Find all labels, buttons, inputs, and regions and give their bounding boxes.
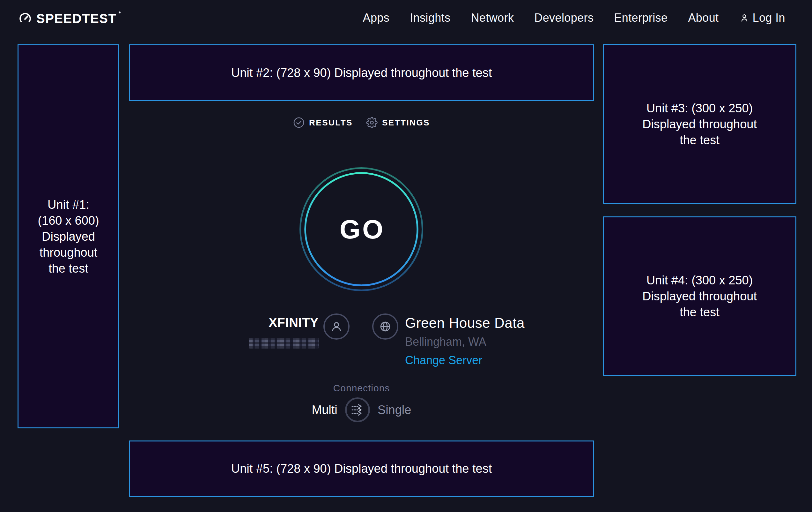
trademark-mark (119, 11, 121, 14)
change-server-link[interactable]: Change Server (405, 353, 482, 368)
server-globe-icon (372, 314, 398, 340)
ad-unit-5-text: Unit #5: (728 x 90) Displayed throughout… (231, 461, 492, 477)
check-circle-icon (293, 117, 304, 128)
ip-address-redacted (249, 338, 319, 349)
go-button-label: GO (297, 165, 425, 293)
tab-results-label: RESULTS (309, 118, 353, 128)
connections-option-single[interactable]: Single (378, 403, 411, 417)
tab-settings[interactable]: SETTINGS (366, 117, 430, 128)
connections-toggle-row: Multi Single (129, 397, 594, 423)
top-nav-bar: SPEEDTEST Apps Insights Network Develope… (0, 0, 812, 36)
nav-item-about[interactable]: About (688, 11, 719, 25)
user-icon (329, 319, 344, 334)
nav-item-network[interactable]: Network (471, 11, 514, 25)
server-name: Green House Data (405, 315, 525, 331)
speedometer-gauge-icon (18, 11, 32, 26)
user-icon (739, 13, 750, 23)
isp-user-icon (323, 314, 350, 340)
login-button[interactable]: Log In (739, 11, 785, 25)
multi-connection-arrows-icon (350, 402, 365, 417)
connections-option-multi[interactable]: Multi (312, 403, 338, 417)
ad-unit-2-text: Unit #2: (728 x 90) Displayed throughout… (231, 65, 492, 81)
ad-unit-3[interactable]: Unit #3: (300 x 250) Displayed throughou… (603, 44, 796, 204)
server-info: Green House Data Bellingham, WA Change S… (405, 315, 525, 368)
server-location: Bellingham, WA (405, 334, 525, 349)
tab-results[interactable]: RESULTS (293, 117, 353, 128)
nav-item-insights[interactable]: Insights (410, 11, 450, 25)
ad-unit-2[interactable]: Unit #2: (728 x 90) Displayed throughout… (129, 44, 594, 101)
nav-menu: Apps Insights Network Developers Enterpr… (362, 0, 785, 36)
isp-name: XFINITY (191, 315, 319, 330)
go-button[interactable]: GO (297, 165, 425, 293)
login-label: Log In (753, 11, 785, 25)
ad-unit-3-text: Unit #3: (300 x 250) Displayed throughou… (636, 100, 763, 148)
speedtest-logo[interactable]: SPEEDTEST (18, 9, 121, 27)
ad-unit-5[interactable]: Unit #5: (728 x 90) Displayed throughout… (129, 440, 594, 497)
connections-title: Connections (129, 383, 594, 394)
nav-item-developers[interactable]: Developers (534, 11, 593, 25)
nav-item-apps[interactable]: Apps (362, 11, 389, 25)
globe-icon (378, 319, 393, 334)
ad-unit-4[interactable]: Unit #4: (300 x 250) Displayed throughou… (603, 216, 796, 376)
gear-icon (366, 117, 378, 128)
nav-item-enterprise[interactable]: Enterprise (614, 11, 668, 25)
ad-unit-1-text: Unit #1: (160 x 600) Displayed throughou… (35, 197, 102, 276)
ad-unit-4-text: Unit #4: (300 x 250) Displayed throughou… (636, 272, 763, 320)
results-settings-tabs: RESULTS SETTINGS (129, 115, 594, 130)
connections-toggle[interactable] (345, 397, 370, 422)
speedtest-page: SPEEDTEST Apps Insights Network Develope… (0, 0, 812, 512)
tab-settings-label: SETTINGS (382, 118, 430, 128)
logo-text: SPEEDTEST (36, 11, 116, 26)
ad-unit-1[interactable]: Unit #1: (160 x 600) Displayed throughou… (18, 44, 119, 428)
